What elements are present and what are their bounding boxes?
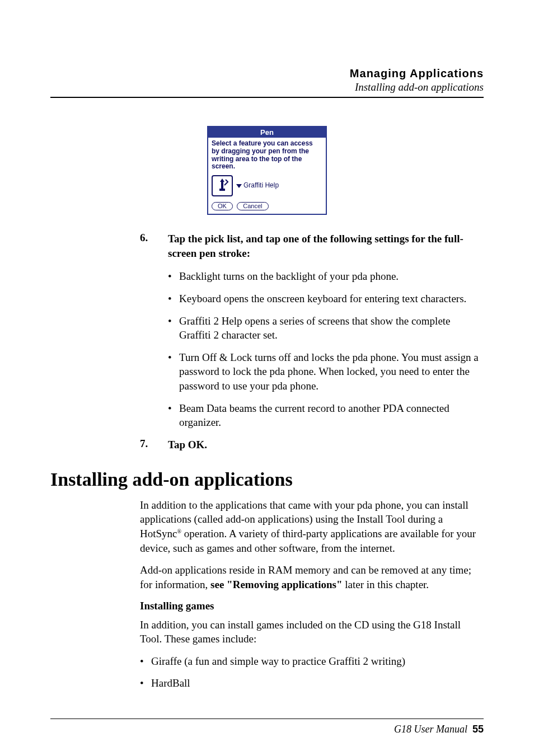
bullet-text: Graffiti 2 Help opens a series of screen… <box>179 314 484 342</box>
page-number: 55 <box>472 724 484 735</box>
list-item: • Beam Data beams the current record to … <box>168 401 484 430</box>
chapter-title: Managing Applications <box>50 67 484 80</box>
bullet-text: Keyboard opens the onscreen keyboard for… <box>179 292 466 306</box>
list-item: • Backlight turns on the backlight of yo… <box>168 269 484 284</box>
paragraph: In addition, you can install games inclu… <box>140 618 484 646</box>
pen-dialog-title: Pen <box>208 127 326 138</box>
section-subtitle: Installing add-on applications <box>50 81 484 93</box>
step-number: 6. <box>140 232 168 260</box>
list-item: • Giraffe (a fun and simple way to pract… <box>140 654 484 669</box>
footer-rule <box>50 719 484 719</box>
page-footer: G18 User Manual 55 <box>50 724 484 735</box>
step-number: 7. <box>140 438 168 452</box>
cancel-button[interactable]: Cancel <box>237 202 268 210</box>
bullet-text: Backlight turns on the backlight of your… <box>179 269 399 284</box>
sub-heading: Installing games <box>140 600 484 612</box>
header-rule <box>50 97 484 98</box>
pen-stroke-icon <box>212 175 233 196</box>
cross-reference: see "Removing applications" <box>210 579 342 590</box>
paragraph: In addition to the applications that cam… <box>140 498 484 556</box>
pen-dialog: Pen Select a feature you can access by d… <box>207 126 327 215</box>
para-text: operation. A variety of third-party appl… <box>140 528 476 554</box>
paragraph: Add-on applications reside in RAM memory… <box>140 563 484 591</box>
chevron-down-icon <box>236 184 242 188</box>
section-heading: Installing add-on applications <box>50 469 484 490</box>
pen-feature-selected: Graffiti Help <box>243 181 279 189</box>
registered-mark: ® <box>177 528 182 534</box>
list-item: • Graffiti 2 Help opens a series of scre… <box>168 314 484 342</box>
step-text: Tap OK. <box>168 438 207 452</box>
bullet-text: Giraffe (a fun and simple way to practic… <box>151 654 405 669</box>
bullet-text: Turn Off & Lock turns off and locks the … <box>179 350 484 393</box>
para-text: later in this chapter. <box>343 579 429 590</box>
list-item: • Turn Off & Lock turns off and locks th… <box>168 350 484 393</box>
step-text: Tap the pick list, and tap one of the fo… <box>168 232 484 260</box>
pen-feature-dropdown[interactable]: Graffiti Help <box>236 182 279 190</box>
list-item: • Keyboard opens the onscreen keyboard f… <box>168 292 484 306</box>
bullet-text: HardBall <box>151 676 190 691</box>
ok-button[interactable]: OK <box>212 202 233 210</box>
bullet-text: Beam Data beams the current record to an… <box>179 401 484 430</box>
list-item: • HardBall <box>140 676 484 691</box>
pen-dialog-instruction: Select a feature you can access by dragg… <box>212 140 322 171</box>
manual-name: G18 User Manual <box>394 724 467 735</box>
